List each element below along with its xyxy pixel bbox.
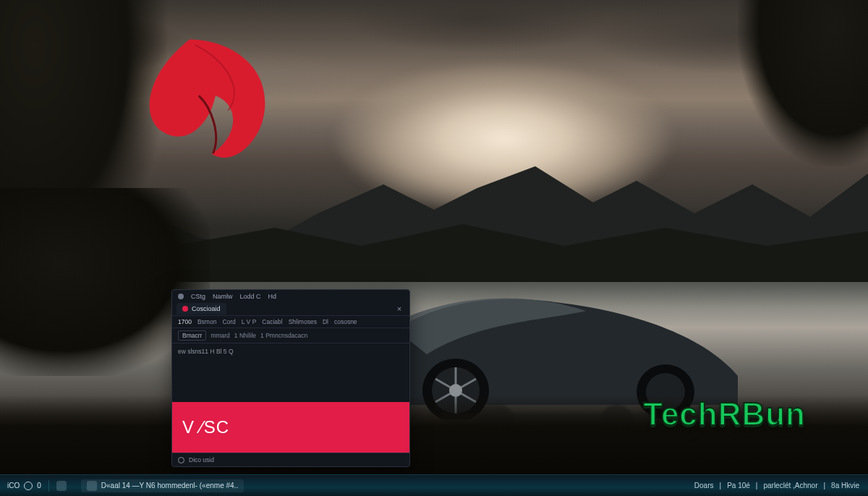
tray-text-1: Doars	[694, 482, 714, 489]
tab-favicon-icon	[182, 306, 188, 312]
subbar-label-1: mmard	[210, 332, 229, 339]
brand-text: V ⁄SC	[182, 417, 229, 437]
taskbar-app-icon	[87, 481, 97, 491]
toolbar: 1700 Bsmon Cord L V P Caciabl Shlimoses …	[172, 316, 409, 328]
footer-status-icon	[178, 457, 184, 463]
watermark-logo: TechRBun	[643, 396, 806, 432]
tab-title: Coscioaid	[192, 305, 221, 312]
start-label: iCO	[7, 482, 20, 489]
app-window[interactable]: CStg Namlw Lodd C Hd Coscioaid × 1700 Bs…	[171, 289, 410, 467]
desktop-wallpaper: CStg Namlw Lodd C Hd Coscioaid × 1700 Bs…	[0, 0, 868, 496]
toolbar-item-3[interactable]: L V P	[242, 318, 256, 325]
tab-close-button[interactable]: ×	[393, 304, 405, 313]
sub-toolbar: Bmacrr mmard 1 Nhilile 1 Pmncnsdacacn	[172, 328, 409, 343]
toolbar-item-2[interactable]: Cord	[222, 318, 235, 325]
toolbar-item-5[interactable]: Shlimoses	[289, 318, 317, 325]
taskbar-apps: D«aal 14 —Y N6 hommedenl- («enme #4..	[74, 475, 251, 496]
tray-text-3: parleclét ,Achnor	[763, 482, 817, 489]
subbar-field[interactable]: Bmacrr	[178, 330, 206, 341]
taskbar-quicklaunch[interactable]	[49, 475, 74, 496]
wallpaper-tree-right	[738, 0, 868, 166]
menu-item-3[interactable]: Lodd C	[240, 293, 261, 300]
toolbar-item-7[interactable]: cososne	[334, 318, 357, 325]
taskbar[interactable]: iCO 0 D«aal 14 —Y N6 hommedenl- («enme #…	[0, 474, 868, 496]
toolbar-item-4[interactable]: Caciabl	[262, 318, 282, 325]
tab-bar[interactable]: Coscioaid ×	[172, 302, 409, 316]
tray-sep-3: |	[823, 482, 825, 489]
window-menu-bar[interactable]: CStg Namlw Lodd C Hd	[172, 290, 409, 302]
tray-text-2: Pa 10é	[727, 482, 750, 489]
window-body: ew slsns11 H Bl 5 Q	[172, 343, 409, 401]
toolbar-item-6[interactable]: Dl	[323, 318, 328, 325]
tray-sep-2: |	[756, 482, 758, 489]
taskbar-start[interactable]: iCO 0	[0, 475, 48, 496]
taskbar-app-button[interactable]: D«aal 14 —Y N6 hommedenl- («enme #4..	[81, 479, 244, 492]
taskbar-tray[interactable]: Doars | Pa 10é | parleclét ,Achnor | 8a …	[686, 482, 868, 489]
footer-label: Dico usid	[189, 456, 214, 463]
brand-splash: V ⁄SC	[172, 402, 409, 453]
start-circle-icon	[24, 482, 33, 490]
tray-sep-1: |	[720, 482, 722, 489]
toolbar-item-1[interactable]: Bsmon	[197, 318, 216, 325]
menu-item-1[interactable]: CStg	[191, 293, 205, 300]
subbar-label-3: 1 Pmncnsdacacn	[260, 332, 307, 339]
menu-item-4[interactable]: Hd	[268, 293, 277, 300]
tray-text-4: 8a Hkvie	[831, 482, 859, 489]
start-number: 0	[37, 482, 41, 489]
toolbar-number: 1700	[178, 318, 192, 325]
body-line: ew slsns11 H Bl 5 Q	[178, 348, 234, 355]
window-footer: Dico usid	[172, 453, 409, 466]
subbar-label-2: 1 Nhilile	[234, 332, 256, 339]
taskbar-app-caption: D«aal 14 —Y N6 hommedenl- («enme #4..	[101, 482, 238, 489]
quicklaunch-icon-1[interactable]	[56, 481, 67, 491]
menu-item-2[interactable]: Namlw	[213, 293, 233, 300]
window-menu-icon	[178, 294, 184, 299]
tab-active[interactable]: Coscioaid	[176, 303, 226, 315]
